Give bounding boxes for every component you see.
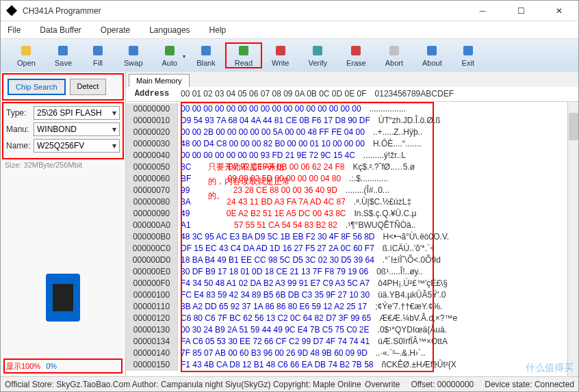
- svg-rect-4: [165, 46, 175, 55]
- manu-label: Manu:: [6, 125, 34, 134]
- menu-bar: File Data Buffer Operate Languages Help: [1, 21, 578, 39]
- hex-row[interactable]: 000000A0A1 57 55 51 CA 54 54 83 B2 82.¹¶…: [126, 220, 578, 231]
- hex-row[interactable]: 0000003048 00 D4 C8 00 00 00 82 B0 00 00…: [126, 138, 578, 150]
- name-label: Name:: [6, 141, 34, 151]
- chip-search-button[interactable]: Chip Search: [8, 79, 66, 95]
- hex-row[interactable]: 0000000000 00 00 00 00 00 00 00 00 00 00…: [126, 103, 578, 115]
- watermark: 什么值得买: [526, 362, 574, 374]
- svg-rect-2: [93, 46, 103, 55]
- status-offset: Offset: 00000000: [411, 380, 474, 389]
- annotation-2: 的，内容读取就是正常: [208, 176, 290, 187]
- title-bar: CH341A Programmer ─ ☐ ✕: [1, 1, 578, 21]
- hex-row[interactable]: 00000060BF 99 00 02 5D 00 00 00 00 04 80…: [126, 173, 578, 185]
- menu-file[interactable]: File: [8, 25, 21, 35]
- hex-row[interactable]: 000000E030 DF B9 17 18 01 0D 18 CE 21 13…: [126, 266, 578, 278]
- menu-languages[interactable]: Languages: [149, 25, 190, 35]
- toolbar-read[interactable]: Read: [225, 42, 262, 68]
- header-ascii: 0123456789ABCDEF: [367, 88, 454, 100]
- hex-row[interactable]: 00000010D9 54 93 7A 68 04 4A 44 81 CE 0B…: [126, 115, 578, 127]
- hex-row[interactable]: 000000803A 24 43 11 BD A3 FA 7A AD 4C 87…: [126, 196, 578, 208]
- svg-rect-0: [21, 46, 31, 55]
- svg-rect-3: [129, 46, 138, 55]
- menu-databuffer[interactable]: Data Buffer: [40, 25, 81, 35]
- close-button[interactable]: ✕: [545, 1, 573, 21]
- toolbar-exit[interactable]: Exit: [452, 42, 485, 68]
- svg-rect-9: [351, 46, 361, 55]
- hex-row[interactable]: 0000009049 0E A2 B2 51 1E A5 DC 00 43 8C…: [126, 208, 578, 220]
- svg-rect-12: [463, 46, 473, 55]
- hex-row[interactable]: 0000004000 00 00 00 00 00 00 93 FD 21 9E…: [126, 150, 578, 161]
- toolbar-erase[interactable]: Erase: [337, 42, 376, 68]
- hex-row[interactable]: 0000002000 00 2B 00 00 00 00 00 5A 00 00…: [126, 127, 578, 138]
- type-label: Type:: [6, 108, 34, 118]
- progress-bar: 显示100% 0%: [3, 358, 123, 374]
- toolbar-abort[interactable]: Abort: [376, 42, 413, 68]
- hex-row[interactable]: 000000D018 BA B4 49 B1 EE CC 98 5C D5 3C…: [126, 254, 578, 266]
- tab-main-memory[interactable]: Main Memory: [129, 74, 190, 87]
- hex-row[interactable]: 0000007099 23 28 CE 88 00 00 36 40 9D...…: [126, 185, 578, 196]
- header-address: Address: [126, 88, 178, 100]
- hex-row[interactable]: 000000C0DF 15 EC 43 C4 DA AD 1D 16 27 F5…: [126, 243, 578, 254]
- hex-row[interactable]: 00000150F1 43 4B CA D8 12 B1 48 C6 66 EA…: [126, 359, 578, 371]
- header-bytes: 00 01 02 03 04 05 06 07 08 09 0A 0B 0C 0…: [178, 88, 367, 100]
- menu-operate[interactable]: Operate: [101, 25, 130, 35]
- app-icon: [6, 5, 17, 16]
- svg-rect-10: [389, 46, 399, 55]
- manu-select[interactable]: WINBOND: [34, 122, 120, 136]
- hex-row[interactable]: 000001103B A2 DD 65 92 37 1A 86 86 80 E6…: [126, 301, 578, 313]
- svg-rect-11: [427, 46, 437, 55]
- toolbar-auto[interactable]: Auto▾: [153, 42, 188, 68]
- scrollbar[interactable]: [567, 102, 578, 376]
- toolbar-write[interactable]: Write: [262, 42, 298, 68]
- hex-row[interactable]: 000000F0F4 34 50 48 A1 02 DA B2 A3 99 91…: [126, 278, 578, 289]
- svg-rect-6: [239, 46, 248, 55]
- chip-graphic: [39, 274, 87, 342]
- toolbar-fill[interactable]: Fill: [81, 42, 114, 68]
- annotation-3: 的。: [208, 190, 224, 202]
- svg-rect-5: [201, 46, 211, 55]
- toolbar-swap[interactable]: Swap: [114, 42, 153, 68]
- hex-row[interactable]: 00000100FC E4 83 59 42 34 89 B5 6B DB C3…: [126, 289, 578, 301]
- toolbar: OpenSaveFillSwapAuto▾BlankReadWriteVerif…: [1, 39, 578, 72]
- status-overwrite: Overwrite: [365, 380, 400, 389]
- detect-button[interactable]: Detect: [70, 79, 107, 95]
- svg-rect-1: [58, 46, 68, 55]
- annotation-1: 只要开始不是FF开始: [208, 161, 284, 173]
- hex-row[interactable]: 00000134FA C6 05 53 30 EE 72 66 CF C2 99…: [126, 336, 578, 348]
- menu-help[interactable]: Help: [209, 25, 227, 35]
- toolbar-open[interactable]: Open: [8, 42, 45, 68]
- status-bar: Official Store: SkyGz.TaoBao.Com Author:…: [1, 376, 578, 391]
- hex-viewer: Main Memory Address 00 01 02 03 04 05 06…: [126, 72, 578, 376]
- maximize-button[interactable]: ☐: [507, 1, 535, 21]
- toolbar-about[interactable]: About: [413, 42, 452, 68]
- svg-rect-7: [276, 46, 285, 55]
- hex-row[interactable]: 0000013000 30 24 B9 2A 51 59 44 49 9C E4…: [126, 324, 578, 336]
- minimize-button[interactable]: ─: [469, 1, 496, 21]
- toolbar-save[interactable]: Save: [45, 42, 81, 68]
- sidebar: Chip Search Detect Type:25\26 SPI FLASH …: [1, 72, 126, 376]
- svg-rect-8: [313, 46, 322, 55]
- type-select[interactable]: 25\26 SPI FLASH: [34, 106, 120, 120]
- status-device: Device state: Connected: [485, 380, 574, 389]
- hex-row[interactable]: 000001407F 85 07 AB 00 60 B3 96 00 26 9D…: [126, 348, 578, 359]
- status-left: Official Store: SkyGz.TaoBao.Com Author:…: [5, 380, 361, 389]
- hex-row[interactable]: 00000120C6 80 C6 7F BC 62 56 13 C2 0C 64…: [126, 313, 578, 324]
- size-label: Size: 32MByte/256Mbit: [1, 159, 125, 170]
- hex-row[interactable]: 000000B048 3C 95 AC E3 BA D9 5C 1B EB F2…: [126, 231, 578, 243]
- toolbar-blank[interactable]: Blank: [187, 42, 225, 68]
- hex-row[interactable]: 000000508C D7 92 C1 AA 0B 00 06 62 24 F8…: [126, 161, 578, 173]
- window-title: CH341A Programmer: [23, 6, 469, 16]
- name-select[interactable]: W25Q256FV: [34, 139, 120, 153]
- toolbar-verify[interactable]: Verify: [298, 42, 337, 68]
